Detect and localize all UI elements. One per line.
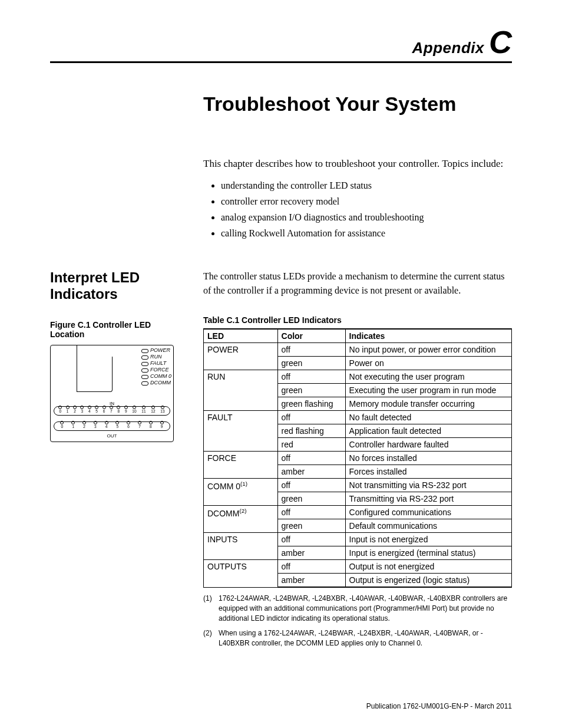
section-interpret-led: Interpret LED Indicators Figure C.1 Cont… bbox=[50, 269, 512, 653]
cell-indicates: Default communications bbox=[345, 519, 511, 533]
controller-led-labels: POWER RUN FAULT FORCE COMM 0 DCOMM bbox=[141, 347, 171, 386]
appendix-letter: C bbox=[489, 24, 512, 60]
cell-color: amber bbox=[277, 465, 345, 479]
table-row: POWERoffNo input power, or power error c… bbox=[204, 343, 512, 357]
cell-color: off bbox=[277, 560, 345, 574]
input-led-strip: 012345678910111213 bbox=[54, 406, 170, 416]
cell-color: green bbox=[277, 357, 345, 370]
table-row: OUTPUTSoffOutput is not energized bbox=[204, 560, 512, 574]
footnote-num: (2) bbox=[203, 628, 214, 648]
section-heading: Interpret LED Indicators bbox=[50, 269, 186, 302]
appendix-label: Appendix bbox=[412, 39, 484, 57]
th-indicates: Indicates bbox=[345, 329, 511, 343]
cell-indicates: Memory module transfer occurring bbox=[345, 397, 511, 411]
intro-bullet: analog expansion I/O diagnostics and tro… bbox=[221, 210, 512, 224]
io-pin: 2 bbox=[83, 424, 85, 429]
cell-indicates: Input is not energized bbox=[345, 533, 511, 546]
io-pin: 0 bbox=[59, 409, 61, 413]
cell-indicates: Executing the user program in run mode bbox=[345, 384, 511, 397]
io-pin: 1 bbox=[67, 409, 69, 413]
cell-color: green bbox=[277, 492, 345, 506]
led-label: DCOMM bbox=[141, 380, 171, 386]
cell-color: off bbox=[277, 343, 345, 357]
table-row: INPUTSoffInput is not energized bbox=[204, 533, 512, 546]
cell-indicates: Forces installed bbox=[345, 465, 511, 479]
io-pin: 6 bbox=[127, 424, 130, 429]
io-pin: 7 bbox=[138, 424, 141, 429]
table-caption: Table C.1 Controller LED Indicators bbox=[203, 315, 512, 325]
footnote-text: When using a 1762-L24AWAR, -L24BWAR, -L2… bbox=[219, 628, 512, 648]
footnote: (1)1762-L24AWAR, -L24BWAR, -L24BXBR, -L4… bbox=[203, 594, 512, 623]
cell-color: green flashing bbox=[277, 397, 345, 411]
header-rule bbox=[50, 61, 512, 63]
intro-block: This chapter describes how to troublesho… bbox=[203, 157, 512, 240]
io-pin: 4 bbox=[105, 424, 108, 429]
controller-cut bbox=[50, 345, 77, 392]
io-pin: 4 bbox=[88, 409, 91, 413]
controller-diagram: POWER RUN FAULT FORCE COMM 0 DCOMM IN 01… bbox=[50, 345, 174, 442]
right-column: The controller status LEDs provide a mec… bbox=[203, 269, 512, 653]
io-pin: 6 bbox=[103, 409, 105, 413]
intro-bullet: calling Rockwell Automation for assistan… bbox=[221, 226, 512, 240]
table-row: RUNoffNot executing the user program bbox=[204, 370, 512, 384]
cell-led: OUTPUTS bbox=[204, 560, 278, 588]
figure-caption: Figure C.1 Controller LED Location bbox=[50, 320, 186, 339]
cell-led: FORCE bbox=[204, 452, 278, 479]
io-pin: 9 bbox=[161, 424, 163, 429]
io-pin: 13 bbox=[160, 409, 164, 413]
cell-color: red bbox=[277, 438, 345, 452]
io-pin: 3 bbox=[94, 424, 97, 429]
page-title: Troubleshoot Your System bbox=[203, 93, 512, 116]
io-pin: 5 bbox=[95, 409, 98, 413]
section-lead: The controller status LEDs provide a mec… bbox=[203, 269, 512, 298]
io-pin: 2 bbox=[74, 409, 76, 413]
cell-indicates: No forces installed bbox=[345, 452, 511, 465]
io-pin: 1 bbox=[72, 424, 74, 429]
footnote-num: (1) bbox=[203, 594, 214, 623]
table-row: COMM 0(1)offNot transmitting via RS-232 … bbox=[204, 479, 512, 492]
io-pin: 11 bbox=[141, 409, 146, 413]
table-footnotes: (1)1762-L24AWAR, -L24BWAR, -L24BXBR, -L4… bbox=[203, 594, 512, 648]
io-pin: 10 bbox=[132, 409, 136, 413]
io-pin: 5 bbox=[117, 424, 119, 429]
cell-indicates: Application fault detected bbox=[345, 424, 511, 438]
cell-indicates: Transmitting via RS-232 port bbox=[345, 492, 511, 506]
cell-indicates: Output is not energized bbox=[345, 560, 511, 574]
cell-color: off bbox=[277, 411, 345, 424]
io-pin: 8 bbox=[150, 424, 152, 429]
cell-color: off bbox=[277, 452, 345, 465]
cell-led: DCOMM(2) bbox=[204, 506, 278, 533]
led-label: FORCE bbox=[141, 367, 171, 373]
table-row: DCOMM(2)offConfigured communications bbox=[204, 506, 512, 519]
cell-led: RUN bbox=[204, 370, 278, 411]
th-color: Color bbox=[277, 329, 345, 343]
intro-bullet: controller error recovery model bbox=[221, 195, 512, 208]
cell-indicates: No fault detected bbox=[345, 411, 511, 424]
io-pin: 0 bbox=[61, 424, 64, 429]
cell-indicates: Not executing the user program bbox=[345, 370, 511, 384]
publication-line: Publication 1762-UM001G-EN-P - March 201… bbox=[366, 702, 512, 710]
footnote: (2)When using a 1762-L24AWAR, -L24BWAR, … bbox=[203, 628, 512, 648]
table-header-row: LED Color Indicates bbox=[204, 329, 512, 343]
led-label: POWER bbox=[141, 347, 171, 354]
out-label: OUT bbox=[107, 433, 117, 439]
led-label: RUN bbox=[141, 354, 171, 360]
cell-indicates: Controller hardware faulted bbox=[345, 438, 511, 452]
cell-color: green bbox=[277, 384, 345, 397]
cell-color: off bbox=[277, 533, 345, 546]
cell-color: amber bbox=[277, 546, 345, 560]
cell-indicates: Output is engerized (logic status) bbox=[345, 574, 511, 588]
intro-text: This chapter describes how to troublesho… bbox=[203, 157, 512, 172]
left-column: Interpret LED Indicators Figure C.1 Cont… bbox=[50, 269, 186, 653]
cell-color: amber bbox=[277, 574, 345, 588]
cell-color: red flashing bbox=[277, 424, 345, 438]
table-row: FAULToffNo fault detected bbox=[204, 411, 512, 424]
io-pin: 8 bbox=[118, 409, 120, 413]
led-label: COMM 0 bbox=[141, 373, 171, 380]
io-pin: 9 bbox=[125, 409, 127, 413]
cell-indicates: No input power, or power error condition bbox=[345, 343, 511, 357]
th-led: LED bbox=[204, 329, 278, 343]
cell-indicates: Configured communications bbox=[345, 506, 511, 519]
table-row: FORCEoffNo forces installed bbox=[204, 452, 512, 465]
cell-led: POWER bbox=[204, 343, 278, 370]
